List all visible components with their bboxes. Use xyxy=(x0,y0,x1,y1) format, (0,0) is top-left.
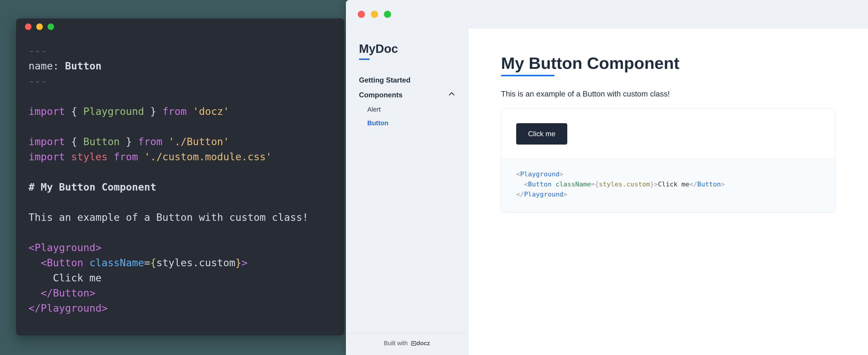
page-description: This is an example of a Button with cust… xyxy=(501,90,835,99)
jsx-expr: styles.custom xyxy=(599,180,650,188)
jsx-text: Click me xyxy=(658,180,689,188)
brace: } xyxy=(120,136,138,147)
docz-window: MyDoc Getting Started Components Alert B… xyxy=(346,0,868,355)
import-source: './Button' xyxy=(162,136,229,147)
keyword-from: from xyxy=(138,136,162,147)
bracket: </ xyxy=(516,190,524,198)
jsx-text: Click me xyxy=(53,272,102,284)
minimize-icon[interactable] xyxy=(36,24,43,30)
import-name: Button xyxy=(83,136,120,147)
playground-preview: Click me xyxy=(501,109,835,159)
frontmatter-value: Button xyxy=(59,60,101,72)
bracket: > xyxy=(560,170,563,178)
jsx-close-bracket: > xyxy=(242,257,248,269)
brace: } xyxy=(144,105,162,117)
import-source: './custom.module.css' xyxy=(138,151,272,163)
playground-code[interactable]: <Playground> <Button className={styles.c… xyxy=(501,159,835,213)
jsx-attr: className xyxy=(89,257,144,269)
sidebar-item-button[interactable]: Button xyxy=(346,119,468,127)
import-default: styles xyxy=(65,151,114,163)
close-icon[interactable] xyxy=(358,11,365,18)
keyword-import: import xyxy=(29,151,65,163)
sidebar-item-components[interactable]: Components xyxy=(346,91,468,99)
keyword-from: from xyxy=(162,105,187,117)
frontmatter-key: name: xyxy=(29,60,59,72)
indent xyxy=(29,257,41,269)
jsx-expr: styles.custom xyxy=(156,257,235,269)
keyword-import: import xyxy=(29,136,65,147)
sidebar: MyDoc Getting Started Components Alert B… xyxy=(346,29,468,355)
bracket: > xyxy=(654,180,658,188)
brace: { xyxy=(65,136,83,147)
indent xyxy=(29,287,41,299)
click-me-button[interactable]: Click me xyxy=(516,123,567,145)
title-underline xyxy=(359,59,370,60)
docz-titlebar xyxy=(346,0,868,29)
content-area: My Button Component This is an example o… xyxy=(468,29,868,355)
frontmatter-delim: --- xyxy=(29,75,46,87)
keyword-import: import xyxy=(29,105,65,117)
footer-brand: docz xyxy=(416,340,430,346)
chevron-up-icon xyxy=(449,92,455,98)
sidebar-item-label: Components xyxy=(359,91,403,99)
docz-logo-icon xyxy=(411,341,416,346)
site-title[interactable]: MyDoc xyxy=(346,42,411,59)
maximize-icon[interactable] xyxy=(384,11,391,18)
jsx-tag: Playground xyxy=(520,170,559,178)
bracket: > xyxy=(563,190,567,198)
space xyxy=(552,180,555,188)
sidebar-item-label: Getting Started xyxy=(359,76,410,84)
playground: Click me <Playground> <Button className=… xyxy=(501,109,835,213)
code-editor-window: --- name: Button --- import { Playground… xyxy=(16,19,344,335)
keyword-from: from xyxy=(114,151,138,163)
brace: } xyxy=(650,180,654,188)
jsx-tag: Playground xyxy=(524,190,563,198)
jsx-close-tag: </Playground> xyxy=(29,302,107,314)
markdown-heading: # My Button Component xyxy=(29,181,156,193)
sidebar-item-getting-started[interactable]: Getting Started xyxy=(346,76,468,84)
bracket: < xyxy=(524,180,528,188)
minimize-icon[interactable] xyxy=(371,11,378,18)
indent xyxy=(516,180,524,188)
equals: = xyxy=(591,180,595,188)
jsx-tag: Button xyxy=(697,180,721,188)
bracket: > xyxy=(721,180,725,188)
jsx-tag: Button xyxy=(528,180,552,188)
footer-text: Built with xyxy=(384,340,409,346)
close-icon[interactable] xyxy=(25,24,31,30)
brace: { xyxy=(595,180,599,188)
sidebar-footer: Built with docz xyxy=(346,333,468,355)
jsx-attr: className xyxy=(555,180,591,188)
brace: { xyxy=(65,105,83,117)
import-source: 'docz' xyxy=(187,105,229,117)
brace: } xyxy=(235,257,241,269)
markdown-text: This an example of a Button with custom … xyxy=(29,211,308,223)
import-name: Playground xyxy=(83,105,144,117)
brace: { xyxy=(150,257,156,269)
jsx-open-tag: <Button xyxy=(41,257,89,269)
bracket: </ xyxy=(689,180,698,188)
indent xyxy=(29,272,53,284)
sidebar-item-alert[interactable]: Alert xyxy=(346,106,468,113)
jsx-close-tag: </Button> xyxy=(41,287,95,299)
bracket: < xyxy=(516,170,520,178)
maximize-icon[interactable] xyxy=(48,24,54,30)
code-editor-content[interactable]: --- name: Button --- import { Playground… xyxy=(16,35,344,328)
editor-titlebar xyxy=(16,19,344,35)
equals: = xyxy=(144,257,150,269)
jsx-open-tag: <Playground> xyxy=(29,242,102,253)
frontmatter-delim: --- xyxy=(29,45,46,57)
page-title: My Button Component xyxy=(501,54,679,77)
